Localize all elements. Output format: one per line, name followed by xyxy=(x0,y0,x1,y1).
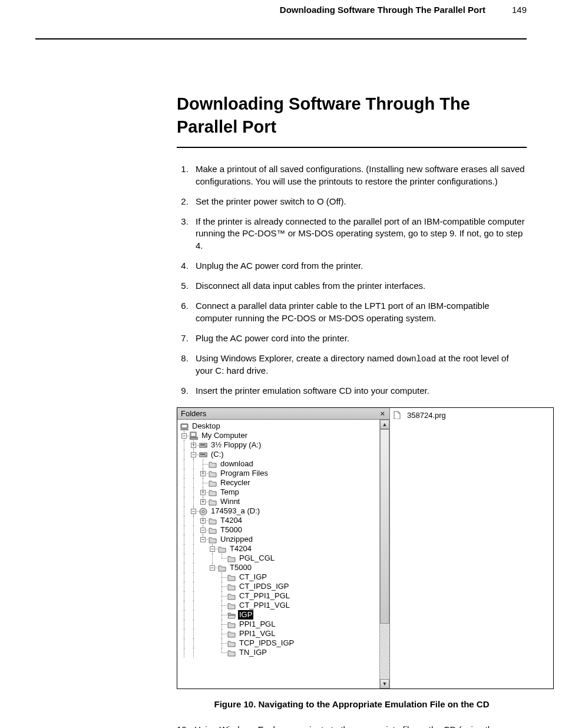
label-pgl-cgl: PGL_CGL xyxy=(238,554,276,563)
folder-icon xyxy=(208,535,217,544)
label-my-computer: My Computer xyxy=(200,431,249,440)
folder-icon xyxy=(227,572,236,582)
tree-scrollbar[interactable]: ▲ ▼ xyxy=(379,420,389,689)
tree-unzipped[interactable]: − Unzipped xyxy=(180,535,379,544)
file-item[interactable]: 358724.prg xyxy=(392,410,551,420)
step-10: 10.Using Windows Explorer, navigate to t… xyxy=(177,724,527,728)
expander-minus[interactable]: − xyxy=(191,452,196,457)
step-6: Connect a parallel data printer cable to… xyxy=(191,300,527,324)
section-title: Downloading Software Through The Paralle… xyxy=(177,93,527,139)
figure-caption: Figure 10. Navigating to the Appropriate… xyxy=(177,699,527,710)
expander-plus[interactable]: + xyxy=(200,471,206,476)
label-temp: Temp xyxy=(219,487,240,497)
tree-ppi1-vgl[interactable]: PPI1_VGL xyxy=(180,629,379,638)
step-10-a: Using Windows Explorer, navigate to the … xyxy=(177,724,513,728)
label-ppi1-pgl: PPI1_PGL xyxy=(238,620,276,629)
file-icon xyxy=(392,410,402,420)
tree-d-t5000[interactable]: − T5000 xyxy=(180,525,379,535)
step-3: If the printer is already connected to t… xyxy=(191,216,527,252)
expander-minus[interactable]: − xyxy=(210,565,215,571)
content-pane[interactable]: 358724.prg xyxy=(390,408,553,689)
folder-icon xyxy=(227,648,236,657)
label-desktop: Desktop xyxy=(191,421,222,431)
label-tn-igp: TN_IGP xyxy=(238,648,268,657)
page-header-title: Downloading Software Through The Paralle… xyxy=(280,5,485,15)
computer-icon xyxy=(189,431,199,440)
folder-open-icon xyxy=(217,563,227,572)
tree-igp[interactable]: IGP xyxy=(180,610,379,620)
scroll-down-icon[interactable]: ▼ xyxy=(380,679,389,689)
expander-plus[interactable]: + xyxy=(200,518,206,523)
close-icon[interactable]: × xyxy=(378,409,387,419)
folder-tree[interactable]: Desktop − My Computer + xyxy=(177,420,379,689)
page-number: 149 xyxy=(512,5,527,15)
tree-floppy[interactable]: + 3½ Floppy (A:) xyxy=(180,440,379,450)
tree-tn-igp[interactable]: TN_IGP xyxy=(180,648,379,657)
tree-recycler[interactable]: Recycler xyxy=(180,478,379,487)
tree-program-files[interactable]: + Program Files xyxy=(180,469,379,478)
label-download: download xyxy=(219,459,254,469)
tree-tcp-ipds-igp[interactable]: TCP_IPDS_IGP xyxy=(180,638,379,648)
label-program-files: Program Files xyxy=(219,469,269,478)
expander-minus[interactable]: − xyxy=(200,528,206,533)
label-ppi1-vgl: PPI1_VGL xyxy=(238,629,276,638)
explorer-window: Folders × Desktop − xyxy=(177,407,554,689)
label-c: (C:) xyxy=(210,450,225,459)
scroll-thumb[interactable] xyxy=(380,429,389,624)
label-t4204: T4204 xyxy=(219,516,243,525)
tree-c-drive[interactable]: − (C:) xyxy=(180,450,379,459)
tree-winnt[interactable]: + Winnt xyxy=(180,497,379,506)
tree-cd-drive[interactable]: − 174593_a (D:) xyxy=(180,506,379,516)
folder-icon xyxy=(227,620,236,629)
scroll-up-icon[interactable]: ▲ xyxy=(380,420,389,429)
expander-minus[interactable]: − xyxy=(210,546,215,552)
expander-plus[interactable]: + xyxy=(200,499,206,505)
folder-icon xyxy=(227,629,236,638)
expander-plus[interactable]: + xyxy=(191,443,196,448)
tree-ct-ppi1-vgl[interactable]: CT_PPI1_VGL xyxy=(180,601,379,610)
expander-minus[interactable]: − xyxy=(200,537,206,542)
folder-icon xyxy=(208,516,217,525)
step-7: Plug the AC power cord into the printer. xyxy=(191,332,527,344)
step-2: Set the printer power switch to O (Off). xyxy=(191,196,527,207)
step-4: Unplug the AC power cord from the printe… xyxy=(191,260,527,272)
label-recycler: Recycler xyxy=(219,478,252,487)
tree-d-t4204[interactable]: + T4204 xyxy=(180,516,379,525)
step-1: Make a printout of all saved configurati… xyxy=(191,163,527,187)
tree-ct-igp[interactable]: CT_IGP xyxy=(180,572,379,582)
label-cd: 174593_a (D:) xyxy=(210,506,261,516)
tree-ppi1-pgl[interactable]: PPI1_PGL xyxy=(180,620,379,629)
scroll-track[interactable] xyxy=(380,429,389,679)
tree-download[interactable]: download xyxy=(180,459,379,469)
drive-icon xyxy=(199,450,208,459)
tree-ct-ipds-igp[interactable]: CT_IPDS_IGP xyxy=(180,582,379,591)
tree-desktop[interactable]: Desktop xyxy=(180,421,379,431)
tree-ct-ppi1-pgl[interactable]: CT_PPI1_PGL xyxy=(180,591,379,601)
folder-icon xyxy=(208,497,217,506)
tree-my-computer[interactable]: − My Computer xyxy=(180,431,379,440)
tree-u-t4204[interactable]: − T4204 xyxy=(180,544,379,554)
expander-minus[interactable]: − xyxy=(181,433,187,439)
folder-open-icon xyxy=(227,610,236,620)
step-5: Disconnect all data input cables from th… xyxy=(191,280,527,292)
expander-plus[interactable]: + xyxy=(200,490,206,495)
expander-minus[interactable]: − xyxy=(191,509,196,514)
step-9: Insert the printer emulation software CD… xyxy=(191,385,527,397)
label-ct-ppi1-vgl: CT_PPI1_VGL xyxy=(238,601,291,610)
label-floppy: 3½ Floppy (A:) xyxy=(210,440,262,450)
label-t5000: T5000 xyxy=(219,525,243,535)
folder-icon xyxy=(208,525,217,535)
header-rule xyxy=(35,38,527,39)
label-ct-ipds-igp: CT_IPDS_IGP xyxy=(238,582,290,591)
folder-icon xyxy=(227,601,236,610)
folder-icon xyxy=(208,487,217,497)
tree-temp[interactable]: + Temp xyxy=(180,487,379,497)
label-u-t4204: T4204 xyxy=(229,544,253,554)
folder-icon xyxy=(227,591,236,601)
figure-explorer: Folders × Desktop − xyxy=(177,407,527,689)
tree-pgl-cgl[interactable]: PGL_CGL xyxy=(180,554,379,563)
folder-icon xyxy=(227,554,236,563)
tree-u-t5000[interactable]: − T5000 xyxy=(180,563,379,572)
label-tcp-ipds-igp: TCP_IPDS_IGP xyxy=(238,638,295,648)
label-winnt: Winnt xyxy=(219,497,241,506)
